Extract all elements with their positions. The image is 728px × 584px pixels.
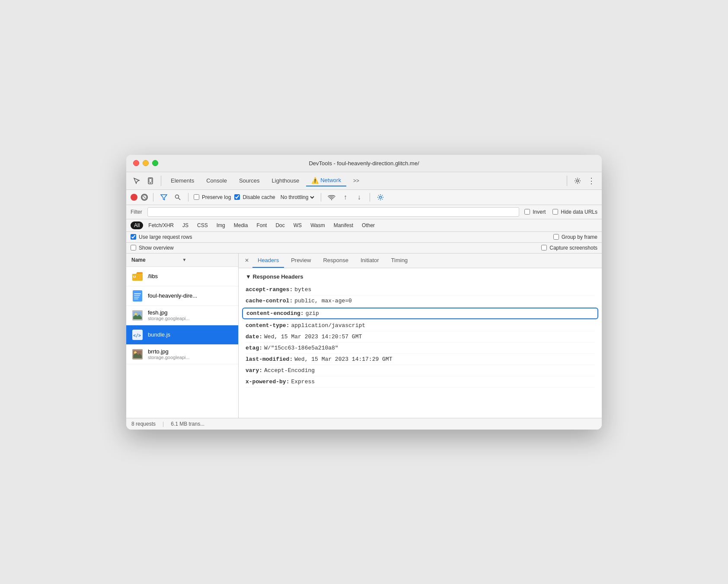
window-title: DevTools - foul-heavenly-direction.glitc… — [309, 160, 419, 167]
header-etag: etag W/"15cc63-186e5a210a8" — [246, 343, 595, 354]
type-filter-ws[interactable]: WS — [290, 221, 305, 229]
file-item-bundle[interactable]: </> bundle.js — [126, 325, 238, 345]
header-vary: vary Accept-Encoding — [246, 365, 595, 376]
tab-elements[interactable]: Elements — [166, 176, 199, 186]
type-filter-media[interactable]: Media — [230, 221, 252, 229]
disable-cache-checkbox[interactable] — [234, 194, 240, 200]
tab-console[interactable]: Console — [201, 176, 232, 186]
type-filter-fetch[interactable]: Fetch/XHR — [145, 221, 177, 229]
settings-icon[interactable] — [572, 175, 584, 187]
search-icon[interactable] — [172, 192, 183, 202]
minimize-button[interactable] — [143, 160, 149, 166]
hide-data-urls-checkbox[interactable] — [552, 209, 558, 215]
file-item-brrto[interactable]: brrto.jpg storage.googleapi... — [126, 345, 238, 364]
record-button[interactable] — [131, 194, 137, 201]
svg-rect-14 — [134, 295, 140, 296]
group-by-frame-checkbox[interactable] — [553, 234, 559, 240]
svg-point-3 — [577, 180, 579, 182]
large-rows-checkbox[interactable] — [131, 234, 136, 240]
traffic-lights — [133, 160, 158, 166]
detail-tabs: ✕ Headers Preview Response Initiator Tim… — [239, 253, 602, 268]
tab-preview[interactable]: Preview — [286, 253, 316, 268]
wifi-icon[interactable] — [326, 192, 337, 202]
svg-rect-1 — [149, 178, 152, 182]
show-overview-option[interactable]: Show overview — [131, 245, 174, 251]
tab-network[interactable]: ⚠️ Network — [306, 175, 346, 186]
file-info-fesh: fesh.jpg storage.googleapi... — [148, 309, 190, 321]
header-accept-ranges: accept-ranges bytes — [246, 284, 595, 295]
detail-close-button[interactable]: ✕ — [243, 254, 251, 267]
maximize-button[interactable] — [152, 160, 158, 166]
more-tabs-button[interactable]: >> — [348, 176, 364, 186]
header-x-powered-by: x-powered-by Express — [246, 376, 595, 388]
transferred-size: 6.1 MB trans... — [171, 421, 204, 427]
close-button[interactable] — [133, 160, 139, 166]
large-rows-option[interactable]: Use large request rows — [131, 234, 192, 240]
menu-icon[interactable]: ⋮ — [585, 175, 597, 187]
preserve-log-label[interactable]: Preserve log — [194, 194, 231, 200]
js-icon: </> — [131, 329, 144, 341]
type-filter-wasm[interactable]: Wasm — [307, 221, 329, 229]
warning-icon: ⚠️ — [311, 177, 319, 184]
inspect-icon[interactable] — [131, 175, 143, 187]
status-bar: 8 requests | 6.1 MB trans... — [126, 418, 602, 430]
toolbar-separator — [161, 176, 161, 186]
show-overview-checkbox[interactable] — [131, 245, 136, 250]
type-filter-bar: All Fetch/XHR JS CSS Img Media Font Doc … — [126, 219, 602, 232]
type-filter-img[interactable]: Img — [213, 221, 229, 229]
type-filter-js[interactable]: JS — [179, 221, 192, 229]
group-by-frame-option[interactable]: Group by frame — [553, 234, 597, 240]
tab-timing[interactable]: Timing — [386, 253, 413, 268]
capture-screenshots-checkbox[interactable] — [541, 245, 547, 250]
main-toolbar: Elements Console Sources Lighthouse ⚠️ N… — [126, 172, 602, 190]
toolbar-separator-2 — [567, 176, 567, 186]
type-filter-manifest[interactable]: Manifest — [330, 221, 357, 229]
throttle-select[interactable]: No throttling Fast 3G Slow 3G Offline — [279, 194, 316, 201]
disable-cache-label[interactable]: Disable cache — [234, 194, 275, 200]
svg-point-8 — [331, 199, 332, 200]
hide-data-urls-label[interactable]: Hide data URLs — [552, 209, 597, 215]
svg-text:</>: </> — [133, 333, 141, 338]
tab-sources[interactable]: Sources — [234, 176, 265, 186]
tab-headers[interactable]: Headers — [252, 253, 284, 268]
doc-icon — [131, 290, 144, 302]
svg-point-6 — [176, 195, 179, 198]
type-filter-doc[interactable]: Doc — [272, 221, 288, 229]
preserve-log-checkbox[interactable] — [194, 194, 199, 200]
type-filter-all[interactable]: All — [131, 221, 143, 229]
image-icon-fesh — [131, 309, 144, 321]
clear-button[interactable] — [141, 194, 148, 201]
network-sub-toolbar: Preserve log Disable cache No throttling… — [126, 190, 602, 205]
net-sep-4 — [370, 193, 370, 202]
tab-lighthouse[interactable]: Lighthouse — [267, 176, 305, 186]
title-bar: DevTools - foul-heavenly-direction.glitc… — [126, 155, 602, 172]
network-settings-icon[interactable] — [375, 192, 386, 202]
response-headers-section: ▼ Response Headers accept-ranges bytes c… — [239, 268, 602, 393]
file-item-fesh[interactable]: fesh.jpg storage.googleapi... — [126, 306, 238, 325]
svg-point-9 — [379, 196, 381, 198]
download-icon[interactable]: ↓ — [354, 192, 364, 202]
file-info-brrto: brrto.jpg storage.googleapi... — [148, 348, 190, 360]
tab-initiator[interactable]: Initiator — [355, 253, 384, 268]
folder-icon — [131, 270, 144, 282]
capture-screenshots-option[interactable]: Capture screenshots — [541, 245, 597, 251]
invert-checkbox[interactable] — [524, 209, 530, 215]
device-icon[interactable] — [144, 175, 156, 187]
type-filter-css[interactable]: CSS — [194, 221, 211, 229]
response-section-title: ▼ Response Headers — [246, 273, 595, 280]
devtools-window: DevTools - foul-heavenly-direction.glitc… — [126, 155, 602, 430]
invert-label[interactable]: Invert — [524, 209, 546, 215]
tab-response[interactable]: Response — [318, 253, 354, 268]
svg-rect-13 — [134, 293, 141, 294]
upload-icon[interactable]: ↑ — [340, 192, 351, 202]
type-filter-font[interactable]: Font — [253, 221, 270, 229]
svg-rect-16 — [134, 298, 138, 299]
file-item-doc[interactable]: foul-heavenly-dire... — [126, 286, 238, 306]
header-content-type: content-type application/javascript — [246, 320, 595, 331]
filter-icon[interactable] — [159, 192, 169, 202]
net-sep-2 — [188, 193, 188, 202]
header-last-modified: last-modified Wed, 15 Mar 2023 14:17:29 … — [246, 354, 595, 365]
options-row-2: Show overview Capture screenshots — [126, 243, 602, 253]
file-item-libs[interactable]: /libs — [126, 267, 238, 286]
type-filter-other[interactable]: Other — [358, 221, 378, 229]
